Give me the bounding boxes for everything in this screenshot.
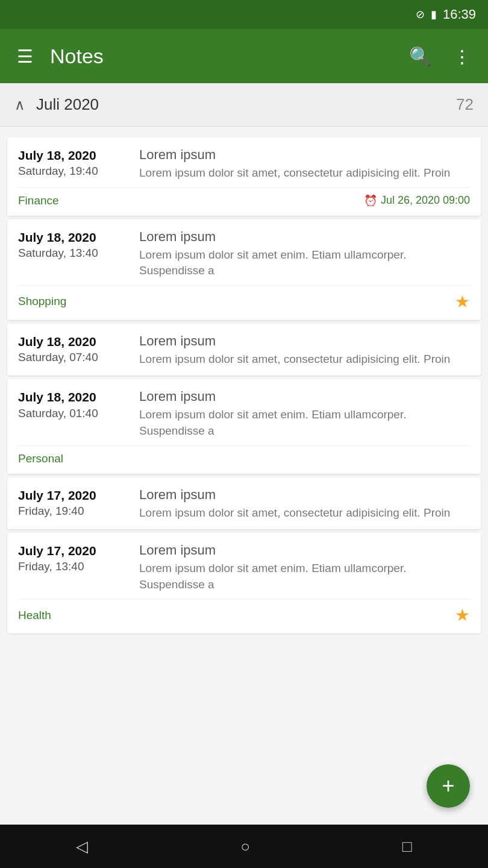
note-preview: Lorem ipsum dolor sit amet enim. Etiam u…	[139, 561, 470, 593]
note-title: Lorem ipsum	[139, 487, 470, 503]
note-time: Saturday, 07:40	[18, 351, 130, 364]
note-time: Friday, 13:40	[18, 560, 130, 573]
back-icon[interactable]: ◁	[58, 831, 106, 862]
note-tag[interactable]: Finance	[18, 194, 59, 207]
note-preview: Lorem ipsum dolor sit amet, consectetur …	[139, 505, 470, 521]
recents-icon[interactable]: □	[384, 831, 430, 862]
note-card[interactable]: July 17, 2020 Friday, 13:40 Lorem ipsum …	[7, 533, 481, 634]
note-date-col: July 17, 2020 Friday, 13:40	[18, 542, 130, 593]
note-date-col: July 18, 2020 Saturday, 07:40	[18, 333, 130, 368]
note-date-col: July 17, 2020 Friday, 19:40	[18, 487, 130, 521]
month-header[interactable]: ∧ Juli 2020 72	[0, 83, 488, 127]
note-footer: Finance ⏰ Jul 26, 2020 09:00	[18, 194, 470, 207]
note-footer: Health ★	[18, 605, 470, 625]
note-time: Saturday, 01:40	[18, 407, 130, 420]
note-tag[interactable]: Shopping	[18, 295, 66, 308]
star-icon[interactable]: ★	[455, 292, 470, 312]
star-icon[interactable]: ★	[455, 605, 470, 625]
note-preview: Lorem ipsum dolor sit amet enim. Etiam u…	[139, 407, 470, 439]
note-divider	[18, 445, 470, 446]
note-main: July 18, 2020 Saturday, 07:40 Lorem ipsu…	[18, 333, 470, 368]
status-icons: ⊘ ▮ 16:39	[416, 7, 476, 22]
note-date: July 18, 2020	[18, 333, 130, 350]
note-title: Lorem ipsum	[139, 333, 470, 349]
note-date: July 18, 2020	[18, 147, 130, 163]
note-time: Saturday, 19:40	[18, 165, 130, 178]
battery-icon: ▮	[431, 8, 437, 21]
note-date-col: July 18, 2020 Saturday, 13:40	[18, 229, 130, 279]
note-tag[interactable]: Personal	[18, 452, 63, 465]
note-date: July 18, 2020	[18, 389, 130, 405]
note-divider	[18, 187, 470, 188]
note-time: Saturday, 13:40	[18, 247, 130, 260]
search-icon[interactable]: 🔍	[404, 41, 436, 72]
note-title: Lorem ipsum	[139, 229, 470, 245]
note-preview: Lorem ipsum dolor sit amet, consectetur …	[139, 165, 470, 181]
note-date-col: July 18, 2020 Saturday, 01:40	[18, 389, 130, 439]
note-card[interactable]: July 18, 2020 Saturday, 07:40 Lorem ipsu…	[7, 324, 481, 376]
notes-list: July 18, 2020 Saturday, 19:40 Lorem ipsu…	[0, 127, 488, 825]
month-count: 72	[456, 95, 474, 114]
clock-icon: ⏰	[364, 194, 377, 207]
note-tag[interactable]: Health	[18, 609, 51, 622]
note-date: July 17, 2020	[18, 487, 130, 503]
app-bar: ☰ Notes 🔍 ⋮	[0, 29, 488, 83]
status-bar: ⊘ ▮ 16:39	[0, 0, 488, 29]
collapse-chevron-icon[interactable]: ∧	[14, 96, 25, 113]
note-card[interactable]: July 18, 2020 Saturday, 13:40 Lorem ipsu…	[7, 219, 481, 320]
note-main: July 17, 2020 Friday, 13:40 Lorem ipsum …	[18, 542, 470, 593]
home-icon[interactable]: ○	[222, 831, 268, 862]
note-date: July 17, 2020	[18, 542, 130, 559]
note-content-col: Lorem ipsum Lorem ipsum dolor sit amet, …	[139, 487, 470, 521]
note-divider	[18, 599, 470, 599]
more-options-icon[interactable]: ⋮	[448, 41, 476, 72]
menu-icon[interactable]: ☰	[12, 41, 38, 72]
note-card[interactable]: July 18, 2020 Saturday, 19:40 Lorem ipsu…	[7, 137, 481, 216]
note-content-col: Lorem ipsum Lorem ipsum dolor sit amet e…	[139, 542, 470, 593]
note-main: July 17, 2020 Friday, 19:40 Lorem ipsum …	[18, 487, 470, 521]
month-title: Juli 2020	[36, 95, 456, 114]
note-date: July 18, 2020	[18, 229, 130, 245]
note-card[interactable]: July 18, 2020 Saturday, 01:40 Lorem ipsu…	[7, 379, 481, 473]
note-content-col: Lorem ipsum Lorem ipsum dolor sit amet e…	[139, 229, 470, 279]
mute-icon: ⊘	[416, 8, 425, 21]
nav-bar: ◁ ○ □	[0, 825, 488, 868]
note-reminder: ⏰ Jul 26, 2020 09:00	[364, 194, 470, 207]
note-footer: Personal	[18, 452, 470, 465]
note-card[interactable]: July 17, 2020 Friday, 19:40 Lorem ipsum …	[7, 477, 481, 530]
note-divider	[18, 285, 470, 286]
note-main: July 18, 2020 Saturday, 13:40 Lorem ipsu…	[18, 229, 470, 279]
note-time: Friday, 19:40	[18, 505, 130, 518]
add-icon: +	[442, 775, 454, 797]
note-title: Lorem ipsum	[139, 147, 470, 163]
note-preview: Lorem ipsum dolor sit amet, consectetur …	[139, 351, 470, 368]
note-preview: Lorem ipsum dolor sit amet enim. Etiam u…	[139, 247, 470, 279]
note-date-col: July 18, 2020 Saturday, 19:40	[18, 147, 130, 181]
note-footer: Shopping ★	[18, 292, 470, 312]
note-title: Lorem ipsum	[139, 389, 470, 404]
note-main: July 18, 2020 Saturday, 01:40 Lorem ipsu…	[18, 389, 470, 439]
status-time: 16:39	[443, 7, 476, 22]
app-title: Notes	[50, 45, 392, 68]
note-title: Lorem ipsum	[139, 542, 470, 558]
note-main: July 18, 2020 Saturday, 19:40 Lorem ipsu…	[18, 147, 470, 181]
note-content-col: Lorem ipsum Lorem ipsum dolor sit amet e…	[139, 389, 470, 439]
note-content-col: Lorem ipsum Lorem ipsum dolor sit amet, …	[139, 147, 470, 181]
note-content-col: Lorem ipsum Lorem ipsum dolor sit amet, …	[139, 333, 470, 368]
add-note-button[interactable]: +	[427, 764, 470, 808]
